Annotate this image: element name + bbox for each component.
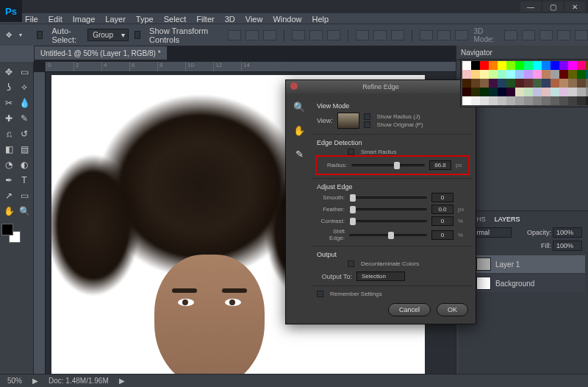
stamp-tool[interactable]: ⎌: [1, 127, 16, 141]
layer-row[interactable]: 👁 Layer 1: [462, 255, 585, 273]
swatch-cell[interactable]: [542, 70, 551, 79]
shift-edge-value[interactable]: 0: [431, 230, 453, 240]
swatch-cell[interactable]: [489, 96, 498, 105]
contrast-slider[interactable]: [349, 220, 427, 222]
layer-name[interactable]: Background: [495, 280, 534, 288]
swatch-cell[interactable]: [524, 70, 533, 79]
zoom-tool[interactable]: 🔍: [17, 204, 32, 219]
show-transform-checkbox[interactable]: [135, 31, 140, 39]
heal-tool[interactable]: ✚: [1, 111, 16, 126]
swatch-cell[interactable]: [489, 61, 498, 70]
swatch-cell[interactable]: [568, 96, 577, 105]
shape-tool[interactable]: ▭: [17, 188, 32, 203]
swatch-cell[interactable]: [542, 96, 551, 105]
swatch-cell[interactable]: [506, 79, 515, 88]
menu-select[interactable]: Select: [164, 15, 187, 24]
distribute-icon[interactable]: [420, 30, 433, 40]
marquee-tool[interactable]: ▭: [17, 65, 32, 79]
swatch-cell[interactable]: [559, 70, 568, 79]
navigator-panel-tab[interactable]: Navigator: [456, 46, 588, 60]
swatch-cell[interactable]: [506, 96, 515, 105]
history-brush-tool[interactable]: ↺: [17, 127, 32, 141]
swatch-cell[interactable]: [498, 61, 506, 70]
auto-select-checkbox[interactable]: [37, 31, 43, 39]
swatch-cell[interactable]: [542, 88, 551, 96]
swatch-cell[interactable]: [577, 79, 586, 88]
swatch-cell[interactable]: [551, 61, 559, 70]
color-swatches[interactable]: [1, 224, 21, 243]
menu-window[interactable]: Window: [273, 15, 301, 24]
shift-edge-slider[interactable]: [349, 234, 427, 236]
swatch-cell[interactable]: [462, 88, 471, 96]
swatch-cell[interactable]: [524, 88, 533, 96]
swatch-cell[interactable]: [559, 96, 568, 105]
wand-tool[interactable]: ✧: [17, 80, 32, 95]
swatch-cell[interactable]: [480, 88, 489, 96]
crop-tool[interactable]: ✂: [1, 96, 16, 110]
layers-tab[interactable]: LAYERS: [495, 216, 520, 223]
align-icon[interactable]: [228, 30, 241, 40]
gradient-tool[interactable]: ▤: [17, 142, 32, 157]
3d-icon[interactable]: [557, 30, 570, 40]
swatch-cell[interactable]: [577, 61, 586, 70]
menu-type[interactable]: Type: [136, 15, 154, 24]
swatch-cell[interactable]: [559, 61, 568, 70]
decontaminate-checkbox[interactable]: [348, 260, 354, 267]
layer-thumbnail[interactable]: [476, 277, 491, 290]
swatch-cell[interactable]: [551, 88, 559, 96]
3d-icon[interactable]: [539, 30, 553, 40]
distribute-icon[interactable]: [373, 30, 387, 40]
swatch-cell[interactable]: [568, 79, 577, 88]
menu-edit[interactable]: Edit: [49, 15, 62, 24]
swatch-cell[interactable]: [471, 70, 480, 79]
swatch-cell[interactable]: [498, 96, 506, 105]
swatch-cell[interactable]: [533, 79, 542, 88]
swatch-cell[interactable]: [524, 61, 533, 70]
swatch-cell[interactable]: [559, 79, 568, 88]
zoom-level[interactable]: 50%: [7, 377, 22, 385]
remember-checkbox[interactable]: [317, 291, 323, 297]
align-icon[interactable]: [263, 30, 276, 40]
menu-image[interactable]: Image: [73, 15, 96, 24]
show-radius-checkbox[interactable]: [364, 113, 370, 120]
swatch-cell[interactable]: [524, 96, 533, 105]
window-minimize-button[interactable]: —: [520, 1, 541, 12]
swatch-cell[interactable]: [559, 88, 568, 96]
swatch-cell[interactable]: [489, 79, 498, 88]
menu-file[interactable]: File: [25, 15, 38, 24]
menu-help[interactable]: Help: [312, 15, 329, 24]
swatch-cell[interactable]: [568, 61, 577, 70]
swatch-cell[interactable]: [568, 88, 577, 96]
swatch-cell[interactable]: [515, 96, 524, 105]
dialog-refine-brush-tool[interactable]: ✎: [292, 146, 306, 161]
feather-value[interactable]: 0.0: [431, 205, 453, 214]
play-icon[interactable]: ▶: [119, 377, 125, 385]
opacity-input[interactable]: 100%: [553, 227, 582, 238]
fill-input[interactable]: 100%: [553, 241, 582, 251]
swatch-cell[interactable]: [515, 70, 524, 79]
align-icon[interactable]: [292, 30, 305, 40]
output-to-dropdown[interactable]: Selection: [356, 271, 405, 281]
eraser-tool[interactable]: ◧: [1, 142, 16, 157]
smooth-value[interactable]: 0: [431, 193, 453, 202]
eyedropper-tool[interactable]: 💧: [17, 96, 32, 110]
swatch-cell[interactable]: [533, 61, 542, 70]
layer-thumbnail[interactable]: [476, 258, 491, 271]
3d-icon[interactable]: [575, 30, 588, 40]
foreground-swatch[interactable]: [1, 224, 13, 235]
swatch-cell[interactable]: [551, 70, 559, 79]
menu-layer[interactable]: Layer: [105, 15, 126, 24]
swatch-cell[interactable]: [498, 88, 506, 96]
swatches-panel[interactable]: [460, 59, 588, 107]
distribute-icon[interactable]: [437, 30, 451, 40]
swatch-cell[interactable]: [533, 88, 542, 96]
window-maximize-button[interactable]: ▢: [542, 1, 563, 12]
menu-view[interactable]: View: [245, 15, 263, 24]
view-mode-dropdown[interactable]: [337, 113, 359, 129]
swatch-cell[interactable]: [506, 88, 515, 96]
swatch-cell[interactable]: [489, 88, 498, 96]
play-icon[interactable]: ▶: [32, 377, 38, 385]
toolbox-tab[interactable]: [0, 46, 34, 62]
swatch-cell[interactable]: [462, 61, 471, 70]
swatch-cell[interactable]: [489, 70, 498, 79]
